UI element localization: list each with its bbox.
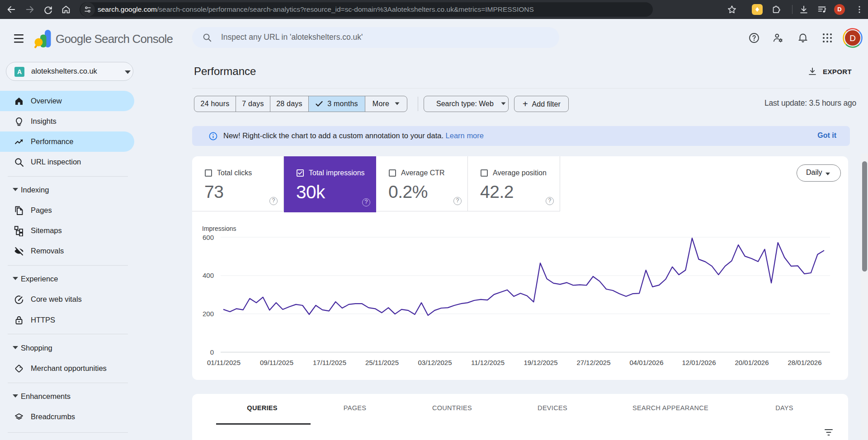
svg-text:D: D xyxy=(849,33,856,43)
